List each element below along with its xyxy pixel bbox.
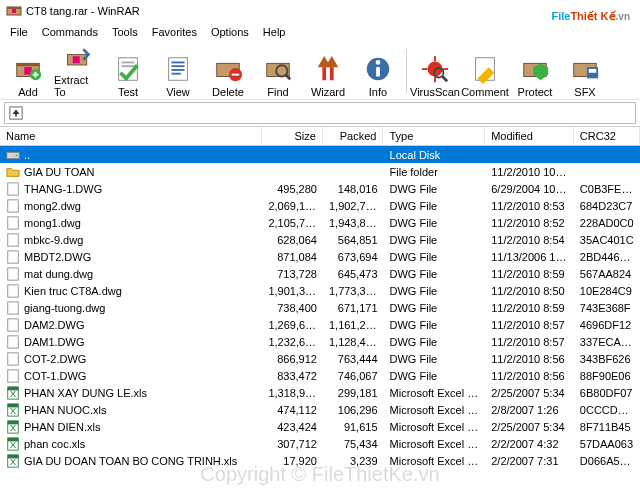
file-packed: 1,943,858 <box>323 217 384 229</box>
file-crc: 2BD446EC <box>574 251 640 263</box>
file-name: giang-tuong.dwg <box>24 302 105 314</box>
winrar-icon <box>6 3 22 19</box>
svg-rect-66 <box>8 335 19 347</box>
file-crc: 337ECAC6 <box>574 336 640 348</box>
table-row[interactable]: XPHAN DIEN.xls423,42491,615Microsoft Exc… <box>0 418 640 435</box>
file-list[interactable]: ..Local DiskGIA DU TOANFile folder11/2/2… <box>0 146 640 500</box>
test-button[interactable]: Test <box>104 44 152 98</box>
table-row[interactable]: GIA DU TOANFile folder11/2/2010 10:0... <box>0 163 640 180</box>
file-size: 1,318,912 <box>262 387 323 399</box>
file-name: COT-2.DWG <box>24 353 86 365</box>
info-button[interactable]: Info <box>354 44 402 98</box>
file-packed: 148,016 <box>323 183 384 195</box>
file-crc: 0CCCDD62 <box>574 404 640 416</box>
header-crc32[interactable]: CRC32 <box>574 127 640 145</box>
header-modified[interactable]: Modified <box>485 127 574 145</box>
view-button[interactable]: View <box>154 44 202 98</box>
table-row[interactable]: COT-1.DWG833,472746,067DWG File11/2/2010… <box>0 367 640 384</box>
comment-button[interactable]: Comment <box>461 44 509 98</box>
svg-rect-16 <box>171 65 184 67</box>
table-row[interactable]: mong2.dwg2,069,1841,902,729DWG File11/2/… <box>0 197 640 214</box>
dwg-icon <box>6 182 20 196</box>
svg-text:X: X <box>10 438 17 449</box>
dwg-icon <box>6 199 20 213</box>
column-headers: Name Size Packed Type Modified CRC32 <box>0 126 640 146</box>
file-size: 423,424 <box>262 421 323 433</box>
menu-favorites[interactable]: Favorites <box>146 24 203 40</box>
file-modified: 11/2/2010 8:53 <box>485 200 574 212</box>
table-row[interactable]: XPHAN XAY DUNG LE.xls1,318,912299,181Mic… <box>0 384 640 401</box>
table-row[interactable]: XPHAN NUOC.xls474,112106,296Microsoft Ex… <box>0 401 640 418</box>
file-packed: 645,473 <box>323 268 384 280</box>
sfx-button[interactable]: SFX <box>561 44 609 98</box>
add-button[interactable]: Add <box>4 44 52 98</box>
table-row[interactable]: DAM1.DWG1,232,6721,128,421DWG File11/2/2… <box>0 333 640 350</box>
find-button[interactable]: Find <box>254 44 302 98</box>
table-row[interactable]: COT-2.DWG866,912763,444DWG File11/2/2010… <box>0 350 640 367</box>
file-type: DWG File <box>384 268 486 280</box>
delete-icon <box>213 54 243 84</box>
svg-rect-30 <box>376 67 380 76</box>
header-size[interactable]: Size <box>262 127 323 145</box>
file-crc: C0B3FE4F <box>574 183 640 195</box>
svg-rect-48 <box>8 182 19 194</box>
table-row[interactable]: MBDT2.DWG871,084673,694DWG File11/13/200… <box>0 248 640 265</box>
protect-icon <box>520 54 550 84</box>
file-modified: 11/13/2006 10:... <box>485 251 574 263</box>
window-title: CT8 tang.rar - WinRAR <box>26 5 140 17</box>
table-row[interactable]: Xphan coc.xls307,71275,434Microsoft Exce… <box>0 435 640 452</box>
file-name: .. <box>24 149 30 161</box>
table-row[interactable]: THANG-1.DWG495,280148,016DWG File6/29/20… <box>0 180 640 197</box>
table-row[interactable]: mbkc-9.dwg628,064564,851DWG File11/2/201… <box>0 231 640 248</box>
file-size: 871,084 <box>262 251 323 263</box>
file-crc: 88F90E06 <box>574 370 640 382</box>
table-row[interactable]: DAM2.DWG1,269,6641,161,242DWG File11/2/2… <box>0 316 640 333</box>
up-icon[interactable] <box>9 106 23 120</box>
file-modified: 11/2/2010 8:54 <box>485 234 574 246</box>
menu-help[interactable]: Help <box>257 24 292 40</box>
file-type: DWG File <box>384 234 486 246</box>
file-type: DWG File <box>384 200 486 212</box>
svg-text:X: X <box>10 421 17 432</box>
file-name: THANG-1.DWG <box>24 183 102 195</box>
table-row[interactable]: ..Local Disk <box>0 146 640 163</box>
file-packed: 763,444 <box>323 353 384 365</box>
dwg-icon <box>6 318 20 332</box>
menu-file[interactable]: File <box>4 24 34 40</box>
file-crc: 567AA824 <box>574 268 640 280</box>
dwg-icon <box>6 352 20 366</box>
table-row[interactable]: giang-tuong.dwg738,400671,171DWG File11/… <box>0 299 640 316</box>
virusscan-icon <box>420 54 450 84</box>
file-packed: 75,434 <box>323 438 384 450</box>
file-name: COT-1.DWG <box>24 370 86 382</box>
table-row[interactable]: mong1.dwg2,105,7281,943,858DWG File11/2/… <box>0 214 640 231</box>
delete-button[interactable]: Delete <box>204 44 252 98</box>
dwg-icon <box>6 369 20 383</box>
menu-commands[interactable]: Commands <box>36 24 104 40</box>
virusscan-button[interactable]: VirusScan <box>411 44 459 98</box>
svg-rect-21 <box>232 73 240 75</box>
test-icon <box>113 54 143 84</box>
protect-button[interactable]: Protect <box>511 44 559 98</box>
file-name: PHAN XAY DUNG LE.xls <box>24 387 147 399</box>
drive-icon <box>6 148 20 162</box>
svg-rect-8 <box>35 71 37 77</box>
header-type[interactable]: Type <box>383 127 485 145</box>
file-modified: 2/8/2007 1:26 <box>485 404 574 416</box>
extract-button[interactable]: Extract To <box>54 44 102 98</box>
file-crc: 684D23C7 <box>574 200 640 212</box>
file-crc: 10E284C9 <box>574 285 640 297</box>
menu-options[interactable]: Options <box>205 24 255 40</box>
xls-icon: X <box>6 420 20 434</box>
header-packed[interactable]: Packed <box>323 127 384 145</box>
table-row[interactable]: mat dung.dwg713,728645,473DWG File11/2/2… <box>0 265 640 282</box>
extract-icon <box>63 44 93 72</box>
header-name[interactable]: Name <box>0 127 262 145</box>
file-crc: 8F711B45 <box>574 421 640 433</box>
table-row[interactable]: Kien truc CT8A.dwg1,901,3121,773,385DWG … <box>0 282 640 299</box>
pathbar[interactable] <box>4 102 636 124</box>
file-type: Microsoft Excel 97... <box>384 404 486 416</box>
menu-tools[interactable]: Tools <box>106 24 144 40</box>
wizard-button[interactable]: Wizard <box>304 44 352 98</box>
titlebar: CT8 tang.rar - WinRAR <box>0 0 640 22</box>
